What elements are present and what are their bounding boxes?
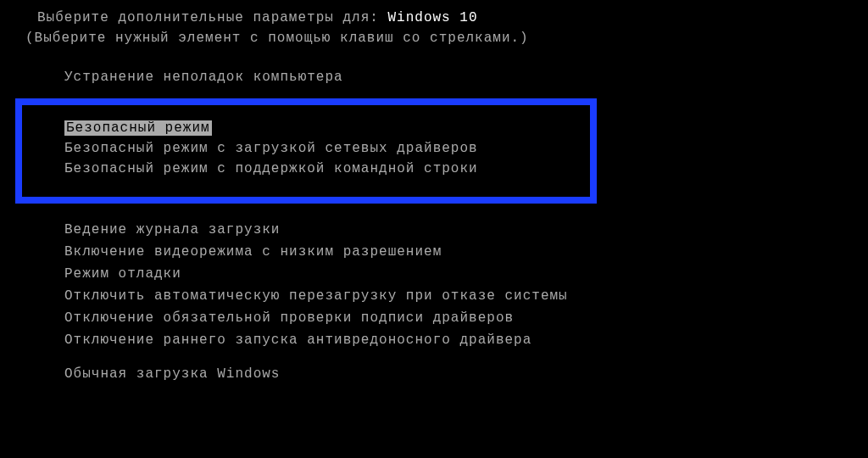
os-name: Windows 10 <box>387 10 477 25</box>
menu-item-disable-auto-restart[interactable]: Отключить автоматическую перезагрузку пр… <box>0 288 868 304</box>
menu-item-normal-boot[interactable]: Обычная загрузка Windows <box>0 366 868 382</box>
menu-item-debug-mode[interactable]: Режим отладки <box>0 266 868 282</box>
menu-item-disable-driver-sig[interactable]: Отключение обязательной проверки подписи… <box>0 310 868 326</box>
menu-item-safe-mode-networking[interactable]: Безопасный режим с загрузкой сетевых дра… <box>22 141 590 156</box>
boot-menu-header: Выберите дополнительные параметры для: W… <box>0 10 868 25</box>
menu-item-safe-mode[interactable]: Безопасный режим <box>64 120 212 136</box>
menu-item-disable-antimalware[interactable]: Отключение раннего запуска антивредоносн… <box>0 332 868 348</box>
safe-mode-highlight-box: Безопасный режим Безопасный режим с загр… <box>15 98 597 204</box>
menu-item-low-res-video[interactable]: Включение видеорежима с низким разрешени… <box>0 244 868 260</box>
instruction-text: (Выберите нужный элемент с помощью клави… <box>0 31 868 46</box>
header-prefix: Выберите дополнительные параметры для: <box>37 10 379 25</box>
menu-item-boot-logging[interactable]: Ведение журнала загрузки <box>0 222 868 237</box>
menu-item-safe-mode-cmd[interactable]: Безопасный режим с поддержкой командной … <box>22 161 590 176</box>
menu-item-repair[interactable]: Устранение неполадок компьютера <box>0 70 868 85</box>
